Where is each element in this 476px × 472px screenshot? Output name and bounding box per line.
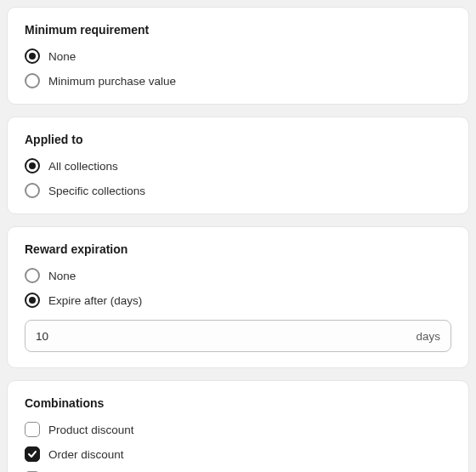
option-label: None — [48, 270, 76, 282]
radio-icon — [25, 293, 40, 308]
radio-icon — [25, 268, 40, 283]
combination-order-discount[interactable]: Order discount — [25, 446, 451, 462]
expire-days-input[interactable] — [36, 330, 416, 343]
reward-expiration-option-expire-after[interactable]: Expire after (days) — [25, 293, 451, 308]
checkbox-icon — [25, 446, 40, 462]
reward-expiration-option-none[interactable]: None — [25, 268, 451, 283]
radio-icon — [25, 48, 40, 64]
applied-to-title: Applied to — [25, 133, 451, 146]
reward-expiration-card: Reward expiration None Expire after (day… — [7, 226, 469, 368]
minimum-requirement-title: Minimum requirement — [25, 23, 451, 37]
option-label: Specific collections — [48, 185, 145, 197]
combination-product-discount[interactable]: Product discount — [25, 422, 451, 437]
option-label: None — [48, 50, 76, 63]
reward-expiration-title: Reward expiration — [25, 242, 451, 256]
expire-days-input-wrap: days — [25, 320, 451, 352]
min-req-option-min-purchase-value[interactable]: Minimum purchase value — [25, 73, 451, 88]
minimum-requirement-card: Minimum requirement None Minimum purchas… — [7, 7, 469, 105]
option-label: Minimum purchase value — [48, 75, 176, 88]
radio-icon — [25, 73, 40, 88]
expire-days-suffix: days — [416, 330, 440, 343]
applied-to-option-specific[interactable]: Specific collections — [25, 183, 451, 198]
combinations-title: Combinations — [25, 396, 451, 410]
option-label: Order discount — [48, 448, 124, 461]
checkbox-icon — [25, 422, 40, 437]
option-label: Product discount — [48, 424, 134, 436]
option-label: Expire after (days) — [48, 294, 142, 307]
option-label: All collections — [48, 160, 118, 173]
min-req-option-none[interactable]: None — [25, 48, 451, 64]
radio-icon — [25, 183, 40, 198]
radio-icon — [25, 158, 40, 173]
applied-to-option-all[interactable]: All collections — [25, 158, 451, 173]
applied-to-card: Applied to All collections Specific coll… — [7, 117, 469, 214]
combinations-card: Combinations Product discount Order disc… — [7, 380, 469, 472]
